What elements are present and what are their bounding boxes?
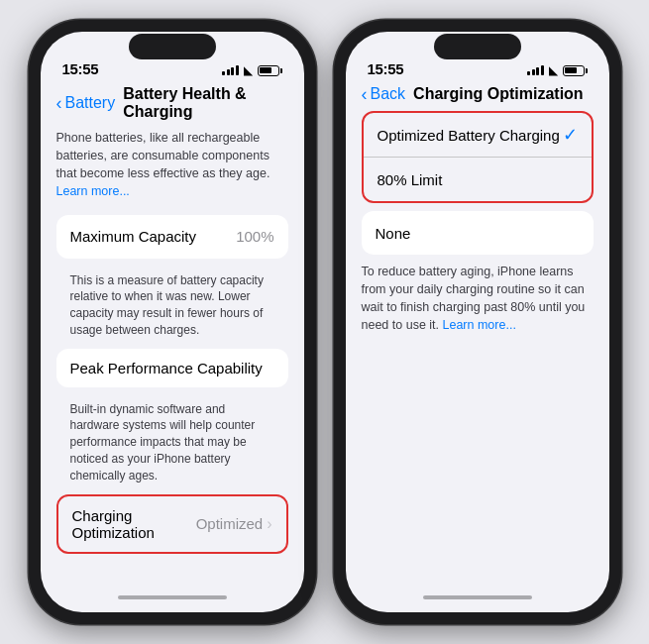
page-title-right: Charging Optimization — [413, 85, 584, 103]
charging-optimization-row[interactable]: Charging Optimization Optimized › — [58, 496, 286, 552]
back-chevron-left: ‹ — [56, 94, 62, 112]
phone-left: 15:55 ◣ — [29, 20, 316, 624]
home-indicator-right — [423, 595, 532, 599]
max-capacity-value: 100% — [236, 228, 273, 245]
peak-performance-group: Peak Performance Capability — [56, 349, 288, 387]
signal-icon-right — [527, 65, 544, 75]
battery-icon-left — [258, 65, 282, 76]
screen-left: 15:55 ◣ — [41, 32, 304, 612]
battery-description: Phone batteries, like all rechargeable b… — [56, 129, 288, 201]
charging-optimization-group: Charging Optimization Optimized › — [56, 494, 288, 554]
checkmark-optimized: ✓ — [563, 124, 578, 146]
nav-bar-right: ‹ Back Charging Optimization — [346, 81, 609, 111]
learn-more-link-left[interactable]: Learn more... — [56, 184, 130, 198]
back-label-left: Battery — [65, 94, 116, 112]
wifi-icon-right: ◣ — [549, 63, 558, 77]
wifi-icon-left: ◣ — [244, 63, 253, 77]
option-label-optimized: Optimized Battery Charging — [378, 127, 560, 144]
option-row-80[interactable]: 80% Limit — [364, 158, 592, 201]
back-button-left[interactable]: ‹ Battery — [56, 94, 116, 112]
signal-icon-left — [222, 65, 239, 75]
bottom-bar-right — [346, 583, 609, 612]
dynamic-island-left — [129, 34, 216, 59]
charging-optimization-value-container: Optimized › — [196, 515, 272, 533]
capacity-description: This is a measure of battery capacity re… — [56, 267, 288, 349]
page-title-left: Battery Health & Charging — [123, 85, 287, 121]
none-label: None — [376, 225, 411, 242]
charging-optimization-chevron: › — [267, 515, 271, 533]
option-row-optimized[interactable]: Optimized Battery Charging ✓ — [364, 113, 592, 158]
screen-right: 15:55 ◣ — [346, 32, 609, 612]
dynamic-island-right — [434, 34, 521, 59]
back-chevron-right: ‹ — [362, 85, 368, 103]
time-right: 15:55 — [368, 60, 404, 77]
time-left: 15:55 — [62, 60, 99, 77]
status-icons-left: ◣ — [222, 63, 282, 77]
none-group: None — [362, 211, 594, 255]
battery-icon-right — [563, 65, 588, 76]
status-icons-right: ◣ — [527, 63, 588, 77]
charging-optimization-label: Charging Optimization — [72, 507, 196, 541]
charging-optimization-value: Optimized — [196, 515, 264, 532]
max-capacity-label: Maximum Capacity — [70, 228, 197, 245]
charging-description: To reduce battery aging, iPhone learns f… — [362, 263, 594, 335]
back-button-right[interactable]: ‹ Back — [362, 85, 406, 103]
peak-performance-title: Peak Performance Capability — [70, 360, 274, 376]
back-label-right: Back — [371, 85, 406, 103]
max-capacity-group: Maximum Capacity 100% — [56, 215, 288, 259]
phone-right: 15:55 ◣ — [334, 20, 621, 624]
content-right: Optimized Battery Charging ✓ 80% Limit N… — [346, 111, 609, 583]
max-capacity-row: Maximum Capacity 100% — [56, 215, 288, 259]
option-label-80: 80% Limit — [378, 171, 443, 188]
bottom-bar-left — [41, 583, 304, 612]
options-highlighted-group: Optimized Battery Charging ✓ 80% Limit — [362, 111, 594, 203]
nav-bar-left: ‹ Battery Battery Health & Charging — [41, 81, 304, 129]
none-row[interactable]: None — [362, 211, 594, 255]
home-indicator-left — [118, 595, 227, 599]
content-left: Phone batteries, like all rechargeable b… — [41, 129, 304, 583]
peak-performance-description: Built-in dynamic software and hardware s… — [56, 395, 288, 494]
learn-more-link-right[interactable]: Learn more... — [443, 318, 516, 332]
